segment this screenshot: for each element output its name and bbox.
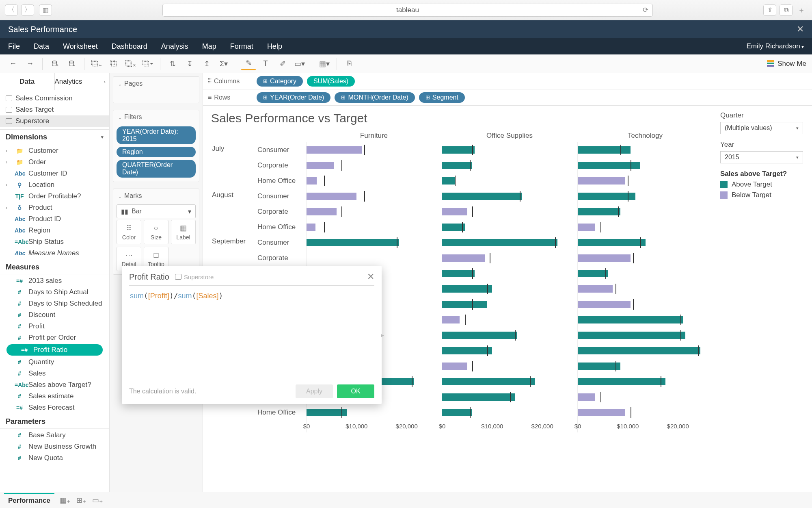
bar-cell[interactable] <box>577 343 713 358</box>
bar-cell[interactable] <box>577 374 713 389</box>
menu-worksheet[interactable]: Worksheet <box>63 42 98 51</box>
bar-cell[interactable] <box>442 343 577 358</box>
bar-cell[interactable] <box>442 312 577 328</box>
field-item[interactable]: =#Profit Ratio <box>6 344 103 356</box>
bar-cell[interactable] <box>442 158 577 173</box>
bar-cell[interactable] <box>442 173 577 189</box>
bar-cell[interactable] <box>577 312 713 328</box>
swap-icon[interactable]: ⿻▾ <box>140 57 155 70</box>
share-button[interactable]: ⇪ <box>763 4 776 16</box>
bar-cell[interactable] <box>442 204 577 219</box>
field-item[interactable]: AbcRegion <box>0 225 109 236</box>
new-datasource-icon[interactable]: + <box>48 57 62 70</box>
shelf-pill[interactable]: ⊞YEAR(Order Date) <box>257 92 330 103</box>
rows-shelf[interactable]: ≡Rows ⊞YEAR(Order Date)⊞MONTH(Order Date… <box>203 89 812 106</box>
field-item[interactable]: AbcProduct ID <box>0 213 109 225</box>
field-item[interactable]: T|FOrder Profitable? <box>0 191 109 202</box>
field-item[interactable]: ›📁Customer <box>0 145 109 156</box>
annotate-icon[interactable]: ✐ <box>275 57 290 70</box>
filter-pill[interactable]: QUARTER(Order Date) <box>117 160 196 178</box>
analytics-tab[interactable]: Analytics‹ <box>55 73 110 90</box>
new-sheet-icon[interactable]: ⿻₊ <box>89 57 104 70</box>
datasource-item[interactable]: Sales Commission <box>0 93 109 104</box>
bar-cell[interactable] <box>442 281 577 297</box>
field-item[interactable]: #New Quota <box>0 452 109 464</box>
bar-cell[interactable] <box>577 235 713 250</box>
filter-pill[interactable]: Region <box>117 147 196 157</box>
bar-cell[interactable] <box>306 189 442 204</box>
field-item[interactable]: #Base Salary <box>0 430 109 441</box>
field-item[interactable]: =AbcShip Status <box>0 236 109 247</box>
year-select[interactable]: 2015 <box>720 151 803 163</box>
sidebar-toggle[interactable]: ▥ <box>39 4 52 16</box>
bar-cell[interactable] <box>306 235 442 250</box>
close-icon[interactable]: ✕ <box>797 24 804 35</box>
bar-cell[interactable] <box>306 250 442 266</box>
field-item[interactable]: #Discount <box>0 309 109 321</box>
field-item[interactable]: AbcCustomer ID <box>0 168 109 179</box>
bar-cell[interactable] <box>577 204 713 219</box>
undo-icon[interactable]: ← <box>6 57 20 70</box>
bar-cell[interactable] <box>577 281 713 297</box>
bar-cell[interactable] <box>442 235 577 250</box>
bar-cell[interactable] <box>577 328 713 343</box>
download-icon[interactable]: ⎘ <box>342 57 356 70</box>
duplicate-icon[interactable]: ⿻ <box>106 57 121 70</box>
sheet-tab-active[interactable]: Performance <box>4 493 54 507</box>
sort-asc-icon[interactable]: ⇅ <box>165 57 180 70</box>
presentation-icon[interactable]: ▦▾ <box>317 57 332 70</box>
bar-cell[interactable] <box>306 219 442 235</box>
bar-cell[interactable] <box>442 328 577 343</box>
menu-map[interactable]: Map <box>202 42 216 51</box>
field-item[interactable]: #Sales estimate <box>0 391 109 402</box>
quarter-select[interactable]: (Multiple values) <box>720 122 803 134</box>
bar-cell[interactable] <box>306 204 442 219</box>
field-item[interactable]: #Quantity <box>0 356 109 368</box>
reload-icon[interactable]: ⟳ <box>643 6 648 14</box>
field-item[interactable]: #Profit <box>0 321 109 332</box>
show-me-button[interactable]: Show Me <box>767 60 806 68</box>
sort-desc-icon[interactable]: ↧ <box>182 57 197 70</box>
bar-cell[interactable] <box>577 142 713 158</box>
filter-pill[interactable]: YEAR(Order Date): 2015 <box>117 126 196 144</box>
shelf-pill[interactable]: ⊞Category <box>257 76 303 87</box>
field-item[interactable]: ›📁Order <box>0 156 109 168</box>
new-worksheet-icon[interactable]: ▦₊ <box>60 495 71 505</box>
bar-cell[interactable] <box>442 142 577 158</box>
shelf-pill[interactable]: ⊞Segment <box>419 92 465 103</box>
legend-above[interactable]: Above Target <box>720 180 803 189</box>
data-tab[interactable]: Data <box>0 73 55 90</box>
legend-below[interactable]: Below Target <box>720 191 803 199</box>
menu-analysis[interactable]: Analysis <box>161 42 188 51</box>
menu-data[interactable]: Data <box>34 42 49 51</box>
bar-cell[interactable] <box>577 189 713 204</box>
menu-file[interactable]: File <box>8 42 20 51</box>
bar-cell[interactable] <box>577 250 713 266</box>
forward-button[interactable]: 〉 <box>21 4 34 16</box>
bar-cell[interactable] <box>577 173 713 189</box>
menu-dashboard[interactable]: Dashboard <box>112 42 147 51</box>
mark-size[interactable]: ○Size <box>144 220 168 244</box>
ok-button[interactable]: OK <box>337 384 374 398</box>
bar-cell[interactable] <box>577 219 713 235</box>
bar-cell[interactable] <box>442 389 577 405</box>
bar-cell[interactable] <box>442 189 577 204</box>
totals-icon[interactable]: Σ▾ <box>216 57 231 70</box>
mark-color[interactable]: ⠿Color <box>117 220 141 244</box>
mark-type-select[interactable]: ▮▮Bar▾ <box>117 204 196 218</box>
bar-cell[interactable] <box>577 266 713 281</box>
mark-label[interactable]: ▦Label <box>171 220 196 244</box>
expand-icon[interactable]: ▸ <box>381 331 384 339</box>
close-icon[interactable]: ✕ <box>367 271 374 282</box>
calc-title[interactable]: Profit Ratio <box>129 272 169 282</box>
menu-format[interactable]: Format <box>230 42 253 51</box>
apply-button[interactable]: Apply <box>296 384 333 398</box>
bar-cell[interactable] <box>577 158 713 173</box>
bar-cell[interactable] <box>442 405 577 420</box>
bar-cell[interactable] <box>442 219 577 235</box>
shelf-pill[interactable]: ⊞MONTH(Order Date) <box>335 92 415 103</box>
fit-icon[interactable]: ▭▾ <box>292 57 307 70</box>
bar-cell[interactable] <box>442 374 577 389</box>
bar-cell[interactable] <box>442 250 577 266</box>
back-button[interactable]: 〈 <box>5 4 18 16</box>
